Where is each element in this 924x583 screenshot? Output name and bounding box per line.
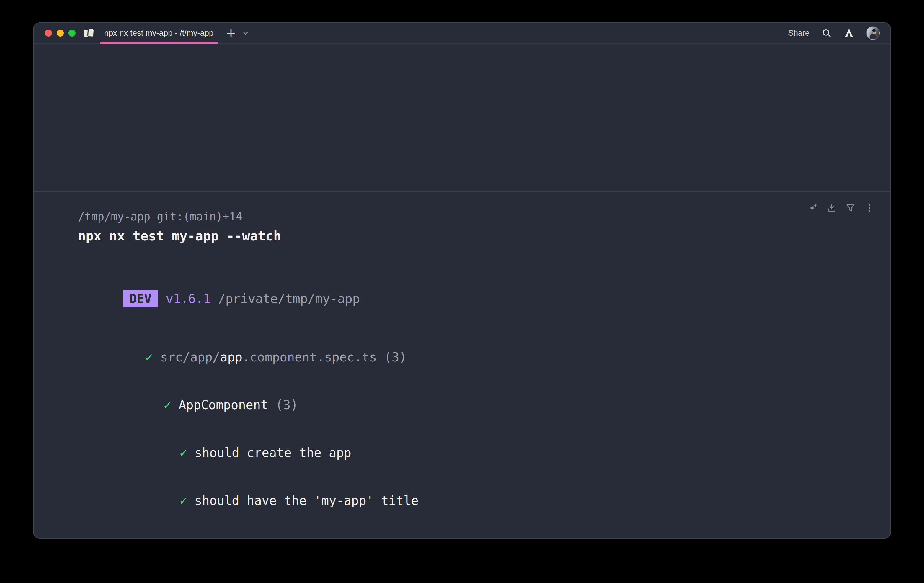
pages-icon[interactable] — [83, 28, 95, 38]
test-case-line: ✓ should have the 'my-app' title — [78, 477, 879, 525]
search-icon[interactable] — [821, 28, 832, 38]
vitest-version: v1.6.1 — [166, 292, 211, 306]
share-button[interactable]: Share — [788, 29, 810, 38]
terminal-window: npx nx test my-app - /t/my-app + Share — [33, 22, 891, 539]
download-icon[interactable] — [827, 203, 837, 213]
dev-badge: DEV — [123, 290, 158, 308]
check-icon: ✓ — [145, 350, 153, 364]
minimize-button[interactable] — [57, 30, 64, 36]
chevron-down-icon[interactable] — [243, 31, 249, 35]
file-test-count: (3) — [377, 350, 406, 364]
avatar[interactable] — [866, 26, 880, 40]
avatar-photo — [866, 26, 880, 40]
warp-logo-icon[interactable] — [844, 28, 854, 38]
test-suite-line: ✓ AppComponent (3) — [78, 381, 879, 429]
check-icon: ✓ — [180, 446, 187, 460]
check-icon: ✓ — [180, 493, 187, 508]
command-line: npx nx test my-app --watch — [78, 228, 879, 244]
test-tree: ✓ src/app/app.component.spec.ts (3) ✓ Ap… — [78, 333, 879, 539]
file-dir: src/app/ — [153, 350, 220, 364]
check-icon: ✓ — [163, 398, 171, 412]
suite-name: AppComponent — [171, 398, 268, 412]
titlebar-right-cluster: Share — [788, 26, 880, 40]
test-case-line: ✓ should create the app — [78, 429, 879, 477]
file-ext: .component.spec.ts — [243, 350, 377, 364]
test-name: should have the 'my-app' title — [187, 493, 419, 508]
prompt-line: /tmp/my-app git:(main)±14 — [78, 210, 879, 224]
new-tab-button[interactable]: + — [226, 26, 236, 40]
suite-test-count: (3) — [268, 398, 298, 412]
scrollback-area — [34, 44, 890, 191]
test-name: should create the app — [187, 446, 351, 460]
command-block: /tmp/my-app git:(main)±14 npx nx test my… — [34, 191, 890, 539]
file-base: app — [220, 350, 243, 364]
test-file-line: ✓ src/app/app.component.spec.ts (3) — [78, 333, 879, 381]
zoom-button[interactable] — [68, 30, 76, 36]
vitest-cwd: /private/tmp/my-app — [211, 292, 360, 306]
traffic-lights — [45, 30, 76, 36]
tab-npx-nx-test[interactable]: npx nx test my-app - /t/my-app — [100, 23, 218, 43]
close-button[interactable] — [45, 30, 52, 36]
block-toolbar — [808, 203, 874, 213]
kebab-menu-icon[interactable] — [865, 203, 874, 213]
filter-icon[interactable] — [845, 203, 856, 213]
sparkles-ai-icon[interactable] — [808, 203, 818, 213]
vitest-dev-line: DEVv1.6.1 /private/tmp/my-app — [78, 274, 879, 324]
test-case-line: ✓ should render title — [78, 525, 879, 539]
title-bar: npx nx test my-app - /t/my-app + Share — [34, 23, 890, 44]
active-tab-indicator — [100, 42, 218, 44]
tab-title: npx nx test my-app - /t/my-app — [104, 29, 214, 38]
